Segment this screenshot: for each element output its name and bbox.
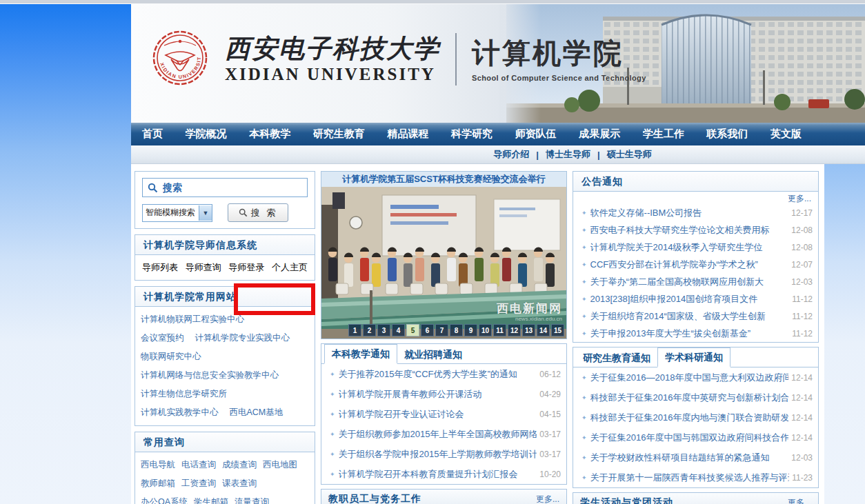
slider-photo[interactable]: 西电新闻网 news.xidian.edu.cn 123456789101112… xyxy=(321,187,566,339)
nav-item-2[interactable]: 学院概况 xyxy=(186,128,227,141)
notice-link[interactable]: 关于开展第十一届陕西青年科技奖候选人推荐与评选工 xyxy=(590,472,790,484)
notice-link[interactable]: 关于学校财政性科研项目结题结算的紧急通知 xyxy=(590,452,789,464)
sidebar-link[interactable]: 计算机物联网工程实验中心 xyxy=(141,310,244,329)
search-button-label: 搜 索 xyxy=(251,207,278,219)
nav-item-4[interactable]: 研究生教育 xyxy=(313,128,365,141)
notice-item: ✦科技部关于征集2016年度内地与澳门联合资助研发项12-14 xyxy=(573,407,818,427)
sidebar-link[interactable]: 教师邮箱 xyxy=(141,474,175,493)
notice-link[interactable]: 关于组织各学院申报2015年上学期教师教学培训计划 xyxy=(339,448,537,461)
notice-link[interactable]: 计算机学院关于2014级秋季入学研究生学位 xyxy=(590,241,789,254)
search-button[interactable]: 搜 索 xyxy=(228,203,288,222)
nav-item-3[interactable]: 本科教学 xyxy=(249,128,290,141)
nav-item-11[interactable]: 英文版 xyxy=(770,128,802,141)
notice-link[interactable]: 关于推荐2015年度“CCF优秀大学生奖”的通知 xyxy=(339,368,537,381)
slider-page-2[interactable]: 2 xyxy=(363,324,376,336)
slider-page-14[interactable]: 14 xyxy=(537,324,550,336)
slider-page-7[interactable]: 7 xyxy=(435,324,448,336)
staff-party-more-link[interactable]: 更多... xyxy=(536,494,559,504)
announcements-more-link[interactable]: 更多... xyxy=(788,194,811,203)
subnav-link-2[interactable]: 博士生导师 xyxy=(546,148,590,161)
notice-link[interactable]: 关于申报2013年度大学生“拔尖创新基金” xyxy=(590,327,790,340)
slider-caption[interactable]: 计算机学院第五届SCST杯科技竞赛经验交流会举行 xyxy=(321,172,566,187)
sidebar-link[interactable]: 导师登录 xyxy=(228,261,264,274)
notice-link[interactable]: 关于征集2016年度中国与韩国双边政府间科技合作项 xyxy=(590,432,789,444)
teaching-notice-list: ✦关于推荐2015年度“CCF优秀大学生奖”的通知06-12✦计算机学院开展青年… xyxy=(321,364,566,484)
slider-page-13[interactable]: 13 xyxy=(522,324,535,336)
sidebar-link[interactable]: 流量查询 xyxy=(235,493,269,504)
sidebar-boxes: 计算机学院导师信息系统导师列表导师查询导师登录个人主页计算机学院常用网站计算机物… xyxy=(135,234,315,504)
notice-link[interactable]: 计算机学院召开专业认证讨论会 xyxy=(339,408,537,421)
research-tab-2[interactable]: 学术科研通知 xyxy=(657,347,730,367)
sidebar-link[interactable]: 物联网研究中心 xyxy=(141,347,201,366)
notice-link[interactable]: 计算机学院召开本科教育质量提升计划汇报会 xyxy=(339,468,537,481)
announcements-title: 公告通知 xyxy=(573,172,818,192)
slider-page-1[interactable]: 1 xyxy=(348,324,361,336)
sidebar-link[interactable]: 学生邮箱 xyxy=(194,493,228,504)
sidebar-link[interactable]: 计算机学院专业实践中心 xyxy=(195,329,290,347)
notice-item: ✦软件定义存储--IBM公司报告12-17 xyxy=(573,204,818,221)
notice-date: 12-14 xyxy=(791,373,813,383)
notice-link[interactable]: 2013[238]组织申报2014国创培育项目文件 xyxy=(590,293,790,305)
slider-page-3[interactable]: 3 xyxy=(377,324,390,336)
sidebar-link[interactable]: 西电ACM基地 xyxy=(230,403,284,422)
slider-page-8[interactable]: 8 xyxy=(450,324,463,336)
nav-item-8[interactable]: 成果展示 xyxy=(579,128,620,141)
teaching-tab-1[interactable]: 本科教学通知 xyxy=(324,344,397,364)
teaching-tab-2[interactable]: 就业招聘通知 xyxy=(397,345,469,363)
research-notice-list: ✦关于征集2016—2018年度中国与意大利双边政府间12-14✦科技部关于征集… xyxy=(573,367,818,487)
slider-page-5[interactable]: 5 xyxy=(406,324,419,336)
sub-nav-links: 导师介绍|博士生导师|硕士生导师 xyxy=(493,148,651,161)
sidebar-link[interactable]: 办公OA系统 xyxy=(141,493,188,504)
sidebar-link[interactable]: 导师查询 xyxy=(186,261,221,274)
notice-link[interactable]: 科技部关于征集2016年度内地与澳门联合资助研发项 xyxy=(590,412,789,424)
notice-link[interactable]: 软件定义存储--IBM公司报告 xyxy=(590,207,789,219)
news-photo-slider[interactable]: 计算机学院第五届SCST杯科技竞赛经验交流会举行 西电新闻网 news.xidi… xyxy=(321,171,567,339)
sidebar-link[interactable]: 工资查询 xyxy=(181,474,216,493)
bullet-icon: ✦ xyxy=(330,431,335,438)
slider-page-6[interactable]: 6 xyxy=(421,324,434,336)
subnav-link-1[interactable]: 导师介绍 xyxy=(493,148,529,161)
slider-page-4[interactable]: 4 xyxy=(392,324,405,336)
notice-link[interactable]: 关于组织培育2014“国家级、省级大学生创新 xyxy=(590,310,790,323)
slider-page-15[interactable]: 15 xyxy=(551,324,564,336)
notice-link[interactable]: 西安电子科技大学研究生学位论文相关费用标 xyxy=(590,224,789,236)
notice-link[interactable]: 关于征集2016—2018年度中国与意大利双边政府间 xyxy=(590,372,789,384)
notice-item: ✦西安电子科技大学研究生学位论文相关费用标12-08 xyxy=(573,221,818,239)
sidebar-link[interactable]: 计算生物信息学研究所 xyxy=(141,385,227,403)
bullet-icon: ✦ xyxy=(581,434,587,441)
sidebar-link[interactable]: 西电地图 xyxy=(263,456,297,474)
sidebar-link[interactable]: 导师列表 xyxy=(142,261,178,274)
notice-link[interactable]: 计算机学院开展青年教师公开课活动 xyxy=(339,388,537,401)
slider-page-9[interactable]: 9 xyxy=(464,324,477,336)
search-input[interactable] xyxy=(161,181,302,194)
notice-link[interactable]: 科技部关于征集2016年度中英研究与创新桥计划合作 xyxy=(590,392,789,404)
sidebar-link[interactable]: 计算机网络与信息安全实验教学中心 xyxy=(141,366,279,385)
sidebar-link[interactable]: 会议室预约 xyxy=(141,329,184,347)
sidebar-box-links: 计算机物联网工程实验中心会议室预约计算机学院专业实践中心物联网研究中心计算机网络… xyxy=(135,307,315,425)
nav-item-5[interactable]: 精品课程 xyxy=(387,128,428,141)
slider-page-11[interactable]: 11 xyxy=(493,324,506,336)
sidebar-link[interactable]: 个人主页 xyxy=(272,261,308,274)
sidebar-box-links: 导师列表导师查询导师登录个人主页 xyxy=(135,255,315,280)
sidebar-link[interactable]: 西电导航 xyxy=(141,456,175,474)
notice-date: 12-14 xyxy=(791,393,813,403)
sidebar-link[interactable]: 电话查询 xyxy=(181,456,216,474)
subnav-link-3[interactable]: 硕士生导师 xyxy=(607,148,652,161)
sidebar-link[interactable]: 计算机实践教学中心 xyxy=(141,403,219,422)
slider-page-12[interactable]: 12 xyxy=(508,324,521,336)
notice-item: ✦2013[238]组织申报2014国创培育项目文件11-12 xyxy=(573,290,818,308)
notice-link[interactable]: 关于组织教师参加2015年上半年全国高校教师网络培 xyxy=(339,428,537,441)
sidebar-link[interactable]: 成绩查询 xyxy=(222,456,257,474)
research-tab-1[interactable]: 研究生教育通知 xyxy=(576,349,657,367)
nav-item-1[interactable]: 首页 xyxy=(142,128,163,141)
nav-item-6[interactable]: 科学研究 xyxy=(451,128,493,141)
search-mode-select[interactable]: 智能模糊搜索 ▼ xyxy=(142,204,212,222)
sidebar-link[interactable]: 课表查询 xyxy=(222,474,257,493)
nav-item-7[interactable]: 师资队伍 xyxy=(515,128,557,141)
nav-item-10[interactable]: 联系我们 xyxy=(706,128,748,141)
student-activity-more-link[interactable]: 更多... xyxy=(788,497,811,504)
slider-page-10[interactable]: 10 xyxy=(479,324,492,336)
notice-link[interactable]: 关于举办“第二届全国高校物联网应用创新大 xyxy=(590,276,789,288)
nav-item-9[interactable]: 学生工作 xyxy=(643,128,684,141)
notice-link[interactable]: CCF西安分部在计算机学院举办“学术之秋” xyxy=(590,259,789,271)
